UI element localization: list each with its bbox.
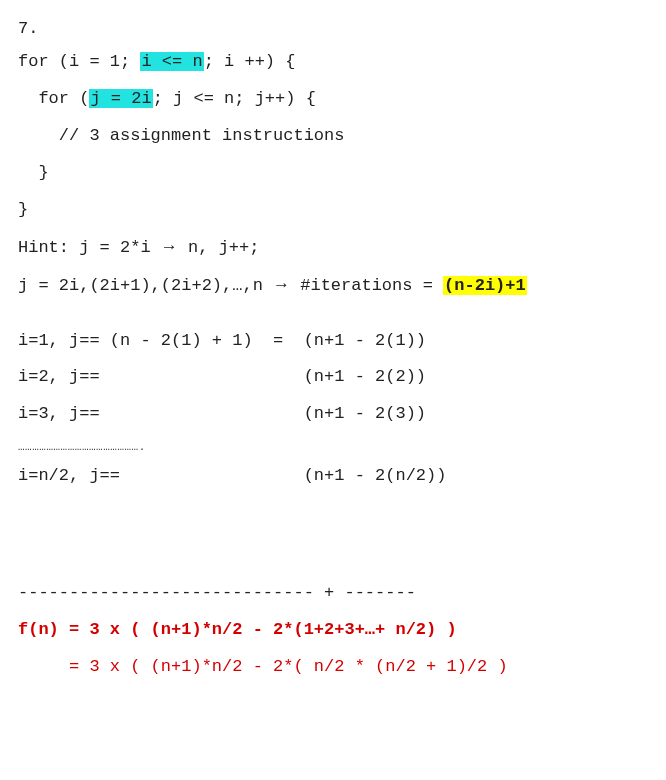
iteration-row-2: i=2, j== (n+1 - 2(2))	[18, 366, 648, 389]
highlight-iteration-formula: (n-2i)+1	[443, 276, 527, 295]
fn-formula-bold: f(n) = 3 x ( (n+1)*n/2 - 2*(1+2+3+…+ n/2…	[18, 620, 457, 639]
iteration-row-1: i=1, j== (n - 2(1) + 1) = (n+1 - 2(1))	[18, 330, 648, 353]
code-text: for (	[18, 89, 89, 108]
arrow-icon: →	[161, 237, 178, 256]
fn-line-1: f(n) = 3 x ( (n+1)*n/2 - 2*(1+2+3+…+ n/2…	[18, 619, 648, 642]
code-line-comment: // 3 assignment instructions	[18, 125, 648, 148]
highlight-j-init: j = 2i	[89, 89, 152, 108]
hint-text: j = 2i,(2i+1),(2i+2),…,n	[18, 276, 273, 295]
hint-line-1: Hint: j = 2*i → n, j++;	[18, 236, 648, 260]
arrow-icon: →	[273, 275, 290, 294]
code-text: ; j <= n; j++) {	[153, 89, 316, 108]
code-line-for-i: for (i = 1; i <= n; i ++) {	[18, 51, 648, 74]
divider-line: ----------------------------- + -------	[18, 582, 648, 605]
code-line-for-j: for (j = 2i; j <= n; j++) {	[18, 88, 648, 111]
problem-number: 7.	[18, 18, 648, 41]
code-text: for (i = 1;	[18, 52, 140, 71]
code-text: ; i ++) {	[204, 52, 296, 71]
highlight-loop-cond-i: i <= n	[140, 52, 203, 71]
iteration-row-n2: i=n/2, j== (n+1 - 2(n/2))	[18, 465, 648, 488]
ellipsis-row: …………………………………………….	[18, 440, 648, 455]
code-line-close-inner: }	[18, 162, 648, 185]
hint-text: n, j++;	[178, 238, 260, 257]
hint-text: #iterations =	[290, 276, 443, 295]
hint-text: Hint: j = 2*i	[18, 238, 161, 257]
code-line-close-outer: }	[18, 199, 648, 222]
iteration-row-3: i=3, j== (n+1 - 2(3))	[18, 403, 648, 426]
fn-line-2: = 3 x ( (n+1)*n/2 - 2*( n/2 * (n/2 + 1)/…	[18, 656, 648, 679]
hint-line-2: j = 2i,(2i+1),(2i+2),…,n → #iterations =…	[18, 274, 648, 298]
